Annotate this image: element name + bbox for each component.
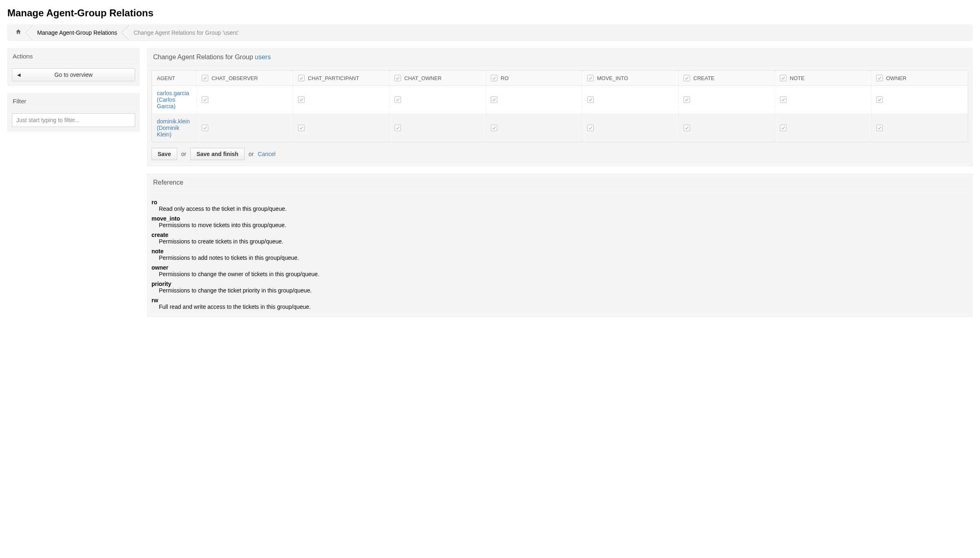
table-header-permission: CHAT_OWNER (390, 71, 486, 86)
agent-cell: dominik.klein(Dominik Klein) (152, 114, 197, 142)
go-to-overview-label: Go to overview (54, 71, 92, 78)
column-label: CHAT_PARTICIPANT (308, 75, 359, 81)
permission-checkbox[interactable] (876, 96, 883, 103)
permission-cell (775, 86, 871, 114)
breadcrumb-label: Change Agent Relations for Group 'users' (134, 29, 239, 36)
reference-desc: Permissions to change the ticket priorit… (159, 287, 968, 294)
agent-cell: carlos.garcia(Carlos Garcia) (152, 86, 197, 114)
reference-term: move_into (151, 215, 968, 222)
table-header-agent: AGENT (152, 71, 197, 86)
permission-checkbox[interactable] (298, 125, 305, 131)
action-bar: Save or Save and finish or Cancel (151, 142, 968, 162)
filter-panel-title: Filter (8, 94, 139, 109)
permission-cell (582, 114, 679, 142)
relations-header-prefix: Change Agent Relations for Group (153, 54, 255, 60)
column-label: NOTE (790, 75, 804, 81)
permission-checkbox[interactable] (587, 125, 594, 131)
permission-checkbox[interactable] (202, 125, 208, 131)
permission-checkbox[interactable] (202, 96, 208, 103)
permission-cell (486, 86, 582, 114)
permission-checkbox[interactable] (491, 125, 497, 131)
permission-cell (293, 86, 390, 114)
permissions-table: AGENTCHAT_OBSERVERCHAT_PARTICIPANTCHAT_O… (151, 70, 968, 142)
table-header-permission: CHAT_PARTICIPANT (293, 71, 390, 86)
permission-cell (871, 114, 968, 142)
filter-input[interactable] (12, 113, 135, 127)
permission-checkbox[interactable] (394, 125, 401, 131)
go-to-overview-button[interactable]: ◀ Go to overview (12, 68, 135, 81)
table-row: carlos.garcia(Carlos Garcia) (152, 86, 968, 114)
home-icon (15, 29, 22, 37)
permission-cell (775, 114, 871, 142)
reference-term: owner (151, 264, 968, 271)
column-label: OWNER (886, 75, 906, 81)
permission-checkbox[interactable] (684, 96, 690, 103)
permission-checkbox[interactable] (587, 96, 594, 103)
table-header-permission: MOVE_INTO (582, 71, 679, 86)
table-header-permission: NOTE (775, 71, 871, 86)
reference-panel-title: Reference (147, 174, 972, 192)
reference-desc: Full read and write access to the ticket… (159, 304, 968, 310)
chevron-left-icon: ◀ (17, 72, 20, 78)
permission-cell (582, 86, 679, 114)
agent-link[interactable]: carlos.garcia(Carlos Garcia) (157, 90, 192, 109)
relations-panel: Change Agent Relations for Group users A… (147, 48, 973, 166)
reference-desc: Read only access to the ticket in this g… (159, 205, 968, 212)
agent-link[interactable]: dominik.klein(Dominik Klein) (157, 118, 192, 138)
column-label: RO (501, 75, 509, 81)
select-all-chat_observer-checkbox[interactable] (202, 75, 208, 81)
permission-checkbox[interactable] (394, 96, 401, 103)
reference-desc: Permissions to change the owner of ticke… (159, 271, 968, 277)
permission-cell (293, 114, 390, 142)
select-all-owner-checkbox[interactable] (876, 75, 883, 81)
breadcrumb-label: Manage Agent-Group Relations (37, 29, 117, 36)
select-all-ro-checkbox[interactable] (491, 75, 497, 81)
save-finish-button[interactable]: Save and finish (190, 148, 245, 160)
permission-cell (871, 86, 968, 114)
permission-checkbox[interactable] (780, 96, 786, 103)
reference-term: priority (151, 281, 968, 287)
table-row: dominik.klein(Dominik Klein) (152, 114, 968, 142)
table-header-permission: CHAT_OBSERVER (197, 71, 293, 86)
select-all-create-checkbox[interactable] (684, 75, 690, 81)
breadcrumb-item-current: Change Agent Relations for Group 'users' (125, 25, 247, 40)
reference-panel: Reference roRead only access to the tick… (147, 174, 973, 317)
select-all-chat_owner-checkbox[interactable] (394, 75, 401, 81)
column-label: MOVE_INTO (597, 75, 628, 81)
permission-cell (486, 114, 582, 142)
reference-desc: Permissions to move tickets into this gr… (159, 222, 968, 228)
permission-cell (390, 114, 486, 142)
permission-cell (679, 86, 775, 114)
select-all-note-checkbox[interactable] (780, 75, 786, 81)
column-label: CHAT_OWNER (404, 75, 441, 81)
select-all-chat_participant-checkbox[interactable] (298, 75, 305, 81)
column-label: CREATE (693, 75, 715, 81)
actions-panel-title: Actions (8, 49, 139, 64)
reference-term: note (151, 248, 968, 254)
save-button[interactable]: Save (151, 148, 177, 160)
select-all-move_into-checkbox[interactable] (587, 75, 594, 81)
permission-cell (390, 86, 486, 114)
permission-checkbox[interactable] (684, 125, 690, 131)
breadcrumb-home[interactable] (8, 25, 29, 40)
permission-cell (197, 86, 293, 114)
actions-panel: Actions ◀ Go to overview (7, 48, 140, 86)
filter-panel: Filter (7, 93, 140, 132)
permission-checkbox[interactable] (491, 96, 497, 103)
table-header-permission: RO (486, 71, 582, 86)
breadcrumb: Manage Agent-Group Relations Change Agen… (7, 25, 973, 41)
or-text: or (181, 151, 186, 157)
permission-checkbox[interactable] (298, 96, 305, 103)
breadcrumb-item-manage[interactable]: Manage Agent-Group Relations (29, 25, 125, 40)
page-title: Manage Agent-Group Relations (7, 7, 973, 19)
reference-term: rw (151, 297, 968, 304)
group-link[interactable]: users (255, 54, 271, 60)
cancel-link[interactable]: Cancel (258, 151, 276, 157)
or-text: or (249, 151, 254, 157)
reference-list: roRead only access to the ticket in this… (151, 199, 968, 310)
table-header-permission: OWNER (871, 71, 968, 86)
permission-checkbox[interactable] (876, 125, 883, 131)
permission-checkbox[interactable] (780, 125, 786, 131)
column-label: CHAT_OBSERVER (212, 75, 258, 81)
relations-panel-title: Change Agent Relations for Group users (147, 49, 972, 66)
